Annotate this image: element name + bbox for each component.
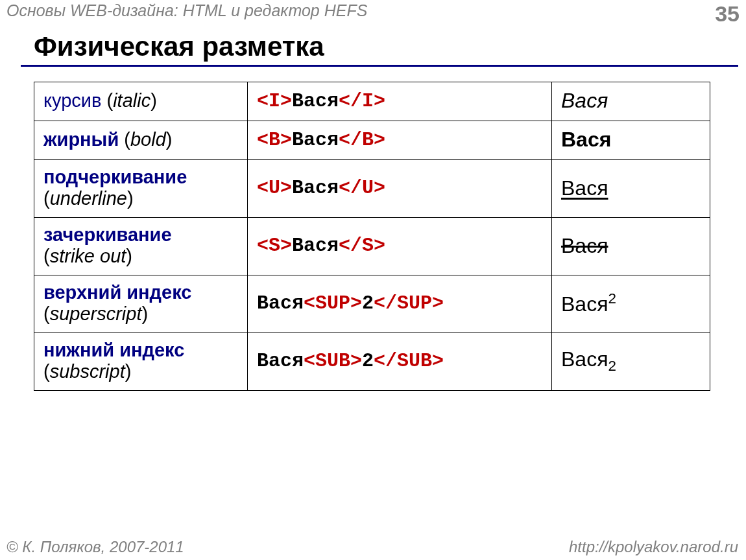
table-row: верхний индекс(superscript)Вася<SUP>2</S…: [34, 275, 710, 333]
code-cell: <B>Вася</B>: [248, 121, 552, 160]
code-cell: Вася<SUP>2</SUP>: [248, 275, 552, 333]
tag-open: <I>: [257, 90, 292, 112]
label-cell: зачеркивание(strike out): [34, 218, 248, 275]
topbar: Основы WEB-дизайна: HTML и редактор HEFS…: [6, 1, 740, 27]
page-number: 35: [715, 1, 740, 27]
code-inner: Вася: [292, 129, 339, 151]
label-cell: жирный (bold): [34, 121, 248, 160]
result-text: Вася: [561, 176, 608, 200]
footer: © К. Поляков, 2007-2011 http://kpolyakov…: [6, 538, 738, 556]
source-url: http://kpolyakov.narod.ru: [569, 538, 738, 556]
tag-close: </I>: [339, 90, 385, 112]
result-text: Вася: [561, 89, 608, 112]
result-cell: Вася: [552, 82, 710, 121]
title-rule: [21, 65, 738, 67]
label-cell: подчеркивание(underline): [34, 160, 248, 218]
result-cell: Вася2: [552, 275, 710, 333]
result-sup: 2: [608, 290, 616, 307]
code-inner: 2: [362, 292, 374, 314]
subject-label: Основы WEB-дизайна: HTML и редактор HEFS: [6, 1, 367, 20]
tag-close: </SUB>: [374, 350, 444, 372]
result-cell: Вася: [552, 160, 710, 218]
slide-title: Физическая разметка: [34, 31, 324, 62]
label-ru: курсив: [43, 90, 101, 111]
label-cell: курсив (italic): [34, 82, 248, 121]
result-text: Вася: [561, 234, 608, 257]
copyright: © К. Поляков, 2007-2011: [6, 538, 184, 556]
result-cell: Вася: [552, 218, 710, 275]
code-cell: <I>Вася</I>: [248, 82, 552, 121]
code-inner: 2: [362, 350, 374, 372]
label-en: italic: [113, 90, 150, 111]
label-ru: нижний индекс: [43, 340, 184, 360]
result-cell: Вася: [552, 121, 710, 160]
content-area: курсив (italic)<I>Вася</I>Васяжирный (bo…: [34, 82, 710, 391]
tag-open: <S>: [257, 235, 292, 257]
code-pretext: Вася: [257, 292, 304, 314]
tag-open: <SUB>: [304, 350, 362, 372]
code-cell: <S>Вася</S>: [248, 218, 552, 275]
code-cell: Вася<SUB>2</SUB>: [248, 333, 552, 391]
label-cell: нижний индекс(subscript): [34, 333, 248, 391]
tag-close: </B>: [339, 129, 385, 151]
result-text: Вася: [561, 128, 611, 151]
label-ru: верхний индекс: [43, 282, 191, 303]
tag-open: <SUP>: [304, 292, 362, 314]
code-cell: <U>Вася</U>: [248, 160, 552, 218]
code-inner: Вася: [292, 235, 339, 257]
table-row: зачеркивание(strike out)<S>Вася</S>Вася: [34, 218, 710, 275]
markup-table: курсив (italic)<I>Вася</I>Васяжирный (bo…: [34, 82, 710, 391]
label-en: superscript: [50, 303, 142, 324]
code-inner: Вася: [292, 177, 339, 199]
tag-open: <B>: [257, 129, 292, 151]
result-text: Вася: [561, 292, 608, 316]
label-en: subscript: [50, 361, 125, 382]
code-pretext: Вася: [257, 350, 304, 372]
label-en: underline: [50, 188, 127, 209]
label-cell: верхний индекс(superscript): [34, 275, 248, 333]
table-row: жирный (bold)<B>Вася</B>Вася: [34, 121, 710, 160]
table-row: курсив (italic)<I>Вася</I>Вася: [34, 82, 710, 121]
label-ru: подчеркивание: [43, 167, 187, 187]
result-cell: Вася2: [552, 333, 710, 391]
result-sub: 2: [608, 358, 616, 374]
tag-open: <U>: [257, 177, 292, 199]
label-ru: жирный: [43, 129, 119, 150]
slide: Основы WEB-дизайна: HTML и редактор HEFS…: [0, 0, 746, 560]
table-row: нижний индекс(subscript)Вася<SUB>2</SUB>…: [34, 333, 710, 391]
label-ru: зачеркивание: [43, 224, 172, 245]
result-text: Вася: [561, 347, 608, 371]
tag-close: </SUP>: [374, 292, 444, 314]
tag-close: </U>: [339, 177, 385, 199]
label-en: bold: [130, 129, 166, 150]
code-inner: Вася: [292, 90, 339, 112]
label-en: strike out: [50, 246, 126, 266]
table-row: подчеркивание(underline)<U>Вася</U>Вася: [34, 160, 710, 218]
tag-close: </S>: [339, 235, 385, 257]
